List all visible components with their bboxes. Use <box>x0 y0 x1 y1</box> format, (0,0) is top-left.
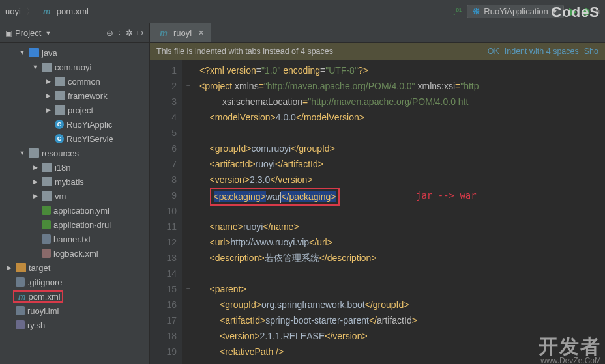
breadcrumb-project[interactable]: uoyi <box>5 7 21 16</box>
fold-marker <box>183 63 194 78</box>
tree-item[interactable]: mybatis <box>0 175 149 189</box>
tree-item[interactable]: application.yml <box>0 203 149 217</box>
code-line[interactable]: <project xmlns="http://maven.apache.org/… <box>199 78 605 94</box>
code-line[interactable] <box>199 266 605 281</box>
line-number[interactable]: 1 <box>150 63 177 78</box>
line-number[interactable]: 15 <box>150 281 177 297</box>
code-line[interactable]: <modelVersion>4.0.0</modelVersion> <box>199 109 605 125</box>
tree-item[interactable]: ry.sh <box>0 318 149 332</box>
expand-right-icon[interactable] <box>31 193 39 199</box>
line-number[interactable]: 13 <box>150 250 177 266</box>
line-number[interactable]: 8 <box>150 172 177 188</box>
gear-icon[interactable]: ✲ <box>126 28 133 38</box>
tree-item[interactable]: CRuoYiServle <box>0 132 149 146</box>
expand-right-icon[interactable] <box>44 92 52 99</box>
line-number[interactable]: 3 <box>150 94 177 109</box>
code-line[interactable]: <packaging>war</packaging> <box>199 188 605 203</box>
tree-label: pom.xml <box>29 292 61 301</box>
line-number[interactable]: 9 <box>150 188 177 203</box>
line-number[interactable]: 14 <box>150 266 177 281</box>
tree-label: banner.txt <box>53 234 91 244</box>
code-line[interactable]: <?xml version="1.0" encoding="UTF-8"?> <box>199 63 605 78</box>
expand-right-icon[interactable] <box>31 164 39 171</box>
tree-item[interactable]: i18n <box>0 160 149 175</box>
code-line[interactable]: <artifactId>ruoyi</artifactId> <box>199 156 605 172</box>
tree-item[interactable]: java <box>0 46 149 60</box>
expand-right-icon[interactable] <box>44 107 52 113</box>
hide-icon[interactable]: ↦ <box>137 28 144 38</box>
editor-tabs: m ruoyi ✕ <box>150 23 605 43</box>
fold-column[interactable]: −− <box>183 60 194 364</box>
code-line[interactable]: <parent> <box>199 281 605 297</box>
code-line[interactable]: <version>2.3.0</version> <box>199 172 605 188</box>
txt-icon <box>16 277 25 287</box>
breadcrumb-file[interactable]: pom.xml <box>57 7 89 16</box>
collapse-icon[interactable]: ÷ <box>117 28 122 38</box>
fold-marker <box>183 250 194 266</box>
banner-ok-link[interactable]: OK <box>488 47 499 56</box>
fold-marker <box>183 94 194 109</box>
code-content[interactable]: jar --> war <?xml version="1.0" encoding… <box>194 60 605 364</box>
tree-item[interactable]: target <box>0 260 149 275</box>
code-line[interactable]: xsi:schemaLocation="http://maven.apache.… <box>199 94 605 109</box>
line-number[interactable]: 2 <box>150 78 177 94</box>
sidebar-title[interactable]: ▣ Project ▼ <box>5 28 106 38</box>
project-tree[interactable]: javacom.ruoyicommonframeworkprojectCRuoY… <box>0 43 149 335</box>
breadcrumb: uoyi 〉 m pom.xml <box>5 6 452 18</box>
code-line[interactable]: <groupId>org.springframework.boot</group… <box>199 297 605 313</box>
expand-down-icon[interactable] <box>18 49 26 56</box>
tab-ruoyi[interactable]: m ruoyi ✕ <box>150 23 211 42</box>
fold-marker[interactable]: − <box>183 281 194 297</box>
class-icon: C <box>55 134 64 143</box>
tree-item[interactable]: application-drui <box>0 217 149 232</box>
maven-icon: m <box>42 7 52 16</box>
run-config-name: RuoYiApplication <box>484 7 548 16</box>
line-number[interactable]: 12 <box>150 234 177 250</box>
expand-right-icon[interactable] <box>5 264 13 271</box>
line-number[interactable]: 5 <box>150 125 177 141</box>
tree-item[interactable]: .gitignore <box>0 275 149 289</box>
expand-down-icon[interactable] <box>31 64 39 70</box>
line-number[interactable]: 16 <box>150 297 177 313</box>
tree-item[interactable]: vm <box>0 189 149 203</box>
expand-down-icon[interactable] <box>18 150 26 156</box>
tree-item[interactable]: logback.xml <box>0 246 149 260</box>
tree-label: vm <box>55 191 66 201</box>
tree-item[interactable]: framework <box>0 89 149 103</box>
code-line[interactable]: <artifactId>spring-boot-starter-parent</… <box>199 313 605 328</box>
line-number[interactable]: 17 <box>150 313 177 328</box>
download-icon[interactable]: ↓01 <box>452 7 462 16</box>
tree-item[interactable]: CRuoYiApplic <box>0 117 149 132</box>
line-number[interactable]: 7 <box>150 156 177 172</box>
expand-right-icon[interactable] <box>31 178 39 185</box>
tree-item[interactable]: mpom.xml <box>0 289 149 303</box>
code-line[interactable] <box>199 125 605 141</box>
run-config-selector[interactable]: ❋ RuoYiApplication ▼ <box>467 5 563 18</box>
close-icon[interactable]: ✕ <box>198 29 204 37</box>
expand-right-icon[interactable] <box>44 78 52 85</box>
code-area[interactable]: 12345678910111213141516171819 −− jar -->… <box>150 60 605 364</box>
txt-icon <box>42 234 51 244</box>
tree-item[interactable]: project <box>0 103 149 117</box>
line-number[interactable]: 10 <box>150 203 177 219</box>
code-line[interactable]: <name>ruoyi</name> <box>199 219 605 234</box>
line-number[interactable]: 19 <box>150 344 177 359</box>
banner-indent-link[interactable]: Indent with 4 spaces <box>505 47 579 56</box>
tree-item[interactable]: com.ruoyi <box>0 60 149 74</box>
line-number[interactable]: 11 <box>150 219 177 234</box>
banner-show-link[interactable]: Sho <box>584 47 598 56</box>
tree-item[interactable]: ruoyi.iml <box>0 303 149 318</box>
line-number[interactable]: 18 <box>150 328 177 344</box>
tree-item[interactable]: banner.txt <box>0 232 149 246</box>
line-number[interactable]: 6 <box>150 141 177 156</box>
fold-marker[interactable]: − <box>183 78 194 94</box>
code-line[interactable]: <url>http://www.ruoyi.vip</url> <box>199 234 605 250</box>
tree-item[interactable]: resources <box>0 146 149 160</box>
txt-icon <box>16 306 25 315</box>
line-number[interactable]: 4 <box>150 109 177 125</box>
code-line[interactable]: <groupId>com.ruoyi</groupId> <box>199 141 605 156</box>
target-icon[interactable]: ⊕ <box>106 28 113 38</box>
tree-item[interactable]: common <box>0 74 149 89</box>
code-line[interactable]: <description>若依管理系统</description> <box>199 250 605 266</box>
line-gutter[interactable]: 12345678910111213141516171819 <box>150 60 183 364</box>
